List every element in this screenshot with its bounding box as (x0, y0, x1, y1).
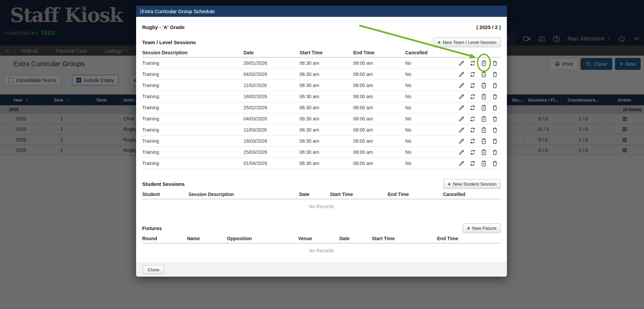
cancelled-cell: No (405, 83, 453, 88)
row-actions (453, 105, 501, 111)
end-time-cell: 08:00 am (353, 116, 405, 121)
refresh-icon[interactable] (469, 105, 476, 111)
date-cell: 18/02/2026 (243, 94, 300, 99)
row-actions (453, 82, 501, 89)
edit-icon[interactable] (458, 60, 465, 66)
dialog-body: Rugby - 'A' Grade ( 2025 / 2 ) Team / Le… (136, 17, 507, 262)
cancelled-cell: No (405, 72, 453, 77)
row-actions (453, 60, 501, 66)
edit-icon[interactable] (458, 82, 465, 89)
team-session-row: Training11/03/202606:30 am08:00 amNo (142, 124, 501, 136)
start-time-cell: 06:30 am (300, 116, 353, 121)
edit-icon[interactable] (458, 116, 465, 122)
team-session-row: Training18/03/202606:30 am08:00 amNo (142, 136, 501, 147)
trash-icon[interactable] (492, 127, 498, 133)
session-description-cell: Training (142, 105, 243, 110)
end-time-cell: 08:00 am (353, 72, 405, 77)
extra-curricular-schedule-dialog: Extra Curricular Group Schedule Rugby - … (136, 6, 507, 277)
clipboard-check-icon[interactable] (481, 105, 487, 111)
trash-icon[interactable] (492, 116, 498, 122)
end-time-cell: 08:00 am (353, 83, 405, 88)
new-fixture-button[interactable]: +New Fixture (463, 223, 501, 233)
refresh-icon[interactable] (469, 116, 476, 122)
clipboard-check-icon-highlighted[interactable] (481, 60, 487, 66)
date-cell: 01/04/2026 (243, 161, 300, 166)
plus-icon: + (438, 40, 441, 45)
new-team-level-session-button[interactable]: +New Team / Level Session (433, 37, 501, 47)
date-cell: 25/02/2026 (243, 105, 300, 110)
end-time-cell: 08:00 am (353, 161, 405, 166)
refresh-icon[interactable] (469, 60, 476, 66)
row-actions (453, 93, 501, 100)
fixtures-header: Round Name Opposition Venue Date Start T… (142, 236, 501, 244)
edit-icon[interactable] (458, 138, 465, 144)
team-session-row: Training18/02/202606:30 am08:00 amNo (142, 91, 501, 102)
refresh-icon[interactable] (469, 71, 476, 78)
edit-icon[interactable] (458, 127, 465, 133)
cancelled-cell: No (405, 161, 453, 166)
dialog-footer: Close (136, 262, 507, 277)
student-sessions-empty-message: No Records (142, 199, 501, 213)
refresh-icon[interactable] (469, 138, 476, 144)
row-actions (453, 138, 501, 144)
trash-icon[interactable] (492, 149, 498, 156)
row-actions (453, 71, 501, 78)
dialog-title-bar: Extra Curricular Group Schedule (136, 6, 507, 17)
session-description-cell: Training (142, 60, 243, 66)
plus-icon: + (448, 181, 451, 187)
cancelled-cell: No (405, 138, 453, 144)
date-cell: 28/01/2026 (243, 60, 300, 66)
end-time-cell: 08:00 am (353, 94, 405, 99)
row-actions (453, 127, 501, 133)
start-time-cell: 06:30 am (300, 83, 353, 88)
refresh-icon[interactable] (469, 149, 476, 156)
clipboard-check-icon[interactable] (481, 82, 487, 89)
edit-icon[interactable] (458, 160, 465, 167)
session-description-cell: Training (142, 94, 243, 99)
end-time-cell: 08:00 am (353, 149, 405, 155)
student-sessions-heading: Student Sessions (142, 181, 185, 187)
start-time-cell: 06:30 am (300, 105, 353, 110)
student-sessions-header: Student Session Description Date Start T… (142, 192, 501, 199)
trash-icon[interactable] (492, 82, 498, 89)
session-description-cell: Training (142, 83, 243, 88)
team-session-row: Training04/02/202606:30 am08:00 amNo (142, 69, 501, 80)
refresh-icon[interactable] (469, 160, 476, 167)
edit-icon[interactable] (458, 149, 465, 156)
trash-icon[interactable] (492, 105, 498, 111)
trash-icon[interactable] (492, 160, 498, 167)
clipboard-check-icon[interactable] (481, 71, 487, 78)
fixtures-table: Round Name Opposition Venue Date Start T… (142, 236, 501, 257)
team-sessions-heading: Team / Level Sessions (142, 39, 196, 45)
row-actions (453, 149, 501, 156)
close-button[interactable]: Close (143, 265, 164, 274)
new-student-session-button[interactable]: +New Student Session (443, 179, 501, 189)
team-session-row: Training28/01/202606:30 am08:00 amNo (142, 58, 501, 69)
trash-icon[interactable] (492, 93, 498, 100)
clipboard-check-icon[interactable] (481, 116, 487, 122)
refresh-icon[interactable] (469, 127, 476, 133)
trash-icon[interactable] (492, 138, 498, 144)
cancelled-cell: No (405, 127, 453, 133)
refresh-icon[interactable] (469, 93, 476, 100)
date-cell: 11/03/2026 (243, 127, 300, 133)
edit-icon[interactable] (458, 71, 465, 78)
edit-icon[interactable] (458, 93, 465, 100)
session-description-cell: Training (142, 116, 243, 121)
student-sessions-table: Student Session Description Date Start T… (142, 192, 501, 213)
clipboard-check-icon[interactable] (481, 138, 487, 144)
refresh-icon[interactable] (469, 82, 476, 89)
cancelled-cell: No (405, 105, 453, 110)
trash-icon[interactable] (492, 60, 498, 66)
clipboard-check-icon[interactable] (481, 149, 487, 156)
team-session-row: Training01/04/202606:30 am08:00 amNo (142, 158, 501, 169)
trash-icon[interactable] (492, 71, 498, 78)
clipboard-check-icon[interactable] (481, 93, 487, 100)
session-description-cell: Training (142, 72, 243, 77)
team-session-row: Training11/02/202606:30 am08:00 amNo (142, 80, 501, 91)
team-session-row: Training25/02/202606:30 am08:00 amNo (142, 102, 501, 113)
clipboard-check-icon[interactable] (481, 127, 487, 133)
date-cell: 25/03/2026 (243, 149, 300, 155)
clipboard-check-icon[interactable] (481, 160, 487, 167)
edit-icon[interactable] (458, 105, 465, 111)
